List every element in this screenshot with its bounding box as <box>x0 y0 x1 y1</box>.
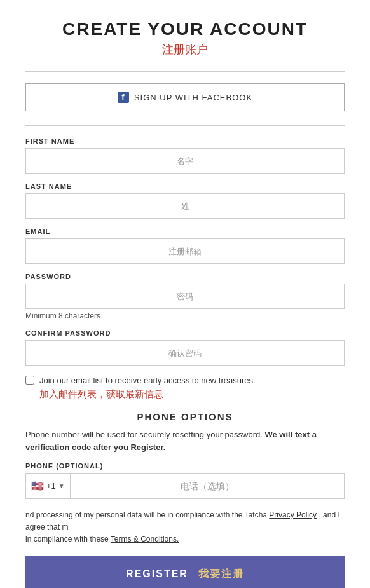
facebook-signup-label: SIGN UP WITH FACEBOOK <box>134 93 252 102</box>
first-name-label: FIRST NAME <box>25 137 345 145</box>
page-subtitle: 注册账户 <box>25 42 345 57</box>
email-input[interactable] <box>25 238 345 264</box>
dropdown-arrow-icon: ▼ <box>58 482 65 489</box>
phone-section-title: PHONE OPTIONS <box>25 411 345 422</box>
phone-description: Phone number will be used for securely r… <box>25 428 345 453</box>
country-code-selector[interactable]: 🇺🇸 +1 ▼ <box>26 474 71 498</box>
last-name-label: LAST NAME <box>25 182 345 190</box>
phone-input-row: 🇺🇸 +1 ▼ <box>25 473 345 499</box>
phone-group: PHONE (OPTIONAL) 🇺🇸 +1 ▼ <box>25 462 345 499</box>
first-name-group: FIRST NAME <box>25 137 345 174</box>
privacy-policy-link[interactable]: Privacy Policy <box>269 510 317 519</box>
phone-label: PHONE (OPTIONAL) <box>25 462 345 470</box>
last-name-input[interactable] <box>25 193 345 219</box>
email-group: EMAIL <box>25 228 345 264</box>
page-title: CREATE YOUR ACCOUNT <box>25 19 345 39</box>
email-list-label-chinese: 加入邮件列表，获取最新信息 <box>39 387 256 402</box>
confirm-password-input[interactable] <box>25 340 345 366</box>
email-list-checkbox-row: Join our email list to receive early acc… <box>25 374 345 401</box>
register-button[interactable]: REGISTER 我要注册 <box>25 556 345 588</box>
country-code-label: +1 <box>46 481 56 491</box>
register-label: REGISTER <box>126 568 188 580</box>
facebook-icon: f <box>118 92 129 103</box>
email-list-checkbox[interactable] <box>25 376 34 385</box>
email-list-label: Join our email list to receive early acc… <box>39 374 256 401</box>
phone-input[interactable] <box>71 475 344 498</box>
password-input[interactable] <box>25 284 345 309</box>
confirm-password-label: CONFIRM PASSWORD <box>25 329 345 337</box>
terms-conditions-link[interactable]: Terms & Conditions. <box>111 535 179 544</box>
divider-mid <box>25 125 345 126</box>
last-name-group: LAST NAME <box>25 182 345 219</box>
divider-top <box>25 71 345 72</box>
confirm-password-group: CONFIRM PASSWORD <box>25 329 345 366</box>
email-label: EMAIL <box>25 228 345 235</box>
password-label: PASSWORD <box>25 273 345 280</box>
facebook-signup-button[interactable]: f SIGN UP WITH FACEBOOK <box>25 83 345 111</box>
password-group: PASSWORD Minimum 8 characters <box>25 273 345 320</box>
register-label-chinese: 我要注册 <box>198 568 244 581</box>
password-hint: Minimum 8 characters <box>25 311 345 320</box>
flag-icon: 🇺🇸 <box>31 480 44 492</box>
terms-text: nd processing of my personal data will b… <box>25 509 345 546</box>
first-name-input[interactable] <box>25 148 345 174</box>
